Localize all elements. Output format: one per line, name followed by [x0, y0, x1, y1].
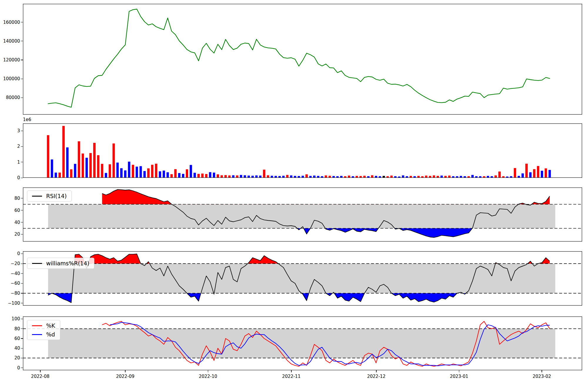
volume-y-tick-mark [21, 146, 23, 147]
stoch-y-tick-mark [21, 348, 23, 349]
plot-area [23, 251, 582, 306]
williams-y-tick-label: −80 [2, 291, 20, 296]
stochastic-panel: %K %d [23, 316, 582, 370]
williams-y-tick-label: 0 [2, 251, 20, 256]
williams-r-line-swatch [32, 263, 42, 264]
williams-y-tick-mark [21, 264, 23, 264]
x-tick-label: 2022-09 [116, 374, 135, 379]
x-tick-label: 2022-08 [31, 374, 50, 379]
rsi-panel: RSI(14) [23, 187, 582, 242]
k-legend-label: %K [46, 322, 55, 329]
volume-y-tick-label: 2 [2, 144, 20, 149]
rsi-legend-label: RSI(14) [46, 193, 67, 199]
rsi-y-tick-mark [21, 210, 23, 210]
rsi-line-swatch [32, 196, 42, 197]
plot-area [23, 316, 582, 370]
volume-y-tick-label: 0 [2, 175, 20, 180]
stoch-y-tick-label: 40 [2, 346, 20, 351]
x-tick-mark [40, 370, 40, 372]
price-y-tick-label: 120000 [2, 57, 20, 63]
stoch-y-tick-mark [21, 319, 23, 319]
plot-area [23, 4, 582, 115]
d-line-swatch [32, 334, 42, 335]
rsi-y-tick-label: 60 [2, 208, 20, 213]
price-y-tick-mark [21, 79, 23, 79]
williams-y-tick-label: −60 [2, 281, 20, 286]
x-tick-mark [376, 370, 376, 372]
williams-y-tick-mark [21, 283, 23, 284]
volume-y-tick-mark [21, 162, 23, 162]
rsi-y-tick-label: 20 [2, 232, 20, 237]
williams-y-tick-label: −100 [2, 301, 20, 306]
williams-y-tick-mark [21, 273, 23, 274]
technical-analysis-figure: 1e6 RSI(14) williams%R(14) %K %d [0, 0, 588, 382]
stoch-y-tick-mark [21, 368, 23, 368]
williams-y-tick-label: −20 [2, 261, 20, 266]
x-tick-label: 2022-10 [199, 374, 217, 379]
rsi-y-tick-label: 80 [2, 196, 20, 201]
williams-y-tick-label: −40 [2, 271, 20, 276]
rsi-y-tick-label: 40 [2, 220, 20, 225]
volume-panel [23, 123, 582, 178]
price-panel [23, 4, 582, 115]
plot-area [23, 123, 582, 178]
stoch-y-tick-label: 80 [2, 326, 20, 331]
williams-r-panel: williams%R(14) [23, 251, 582, 306]
stoch-y-tick-mark [21, 358, 23, 358]
stoch-y-tick-label: 0 [2, 365, 20, 371]
williams-y-tick-mark [21, 293, 23, 293]
x-tick-mark [291, 370, 291, 372]
stoch-y-tick-mark [21, 338, 23, 339]
stoch-y-tick-label: 100 [2, 316, 20, 321]
price-y-tick-label: 100000 [2, 76, 20, 81]
price-y-tick-mark [21, 22, 23, 22]
stoch-y-tick-mark [21, 329, 23, 329]
williams-r-legend: williams%R(14) [27, 258, 94, 269]
williams-y-tick-mark [21, 254, 23, 254]
x-tick-mark [208, 370, 208, 372]
x-tick-mark [459, 370, 459, 372]
x-tick-label: 2022-12 [367, 374, 386, 379]
x-tick-label: 2023-01 [450, 374, 468, 379]
price-y-tick-mark [21, 98, 23, 98]
x-tick-mark [542, 370, 542, 372]
price-y-tick-label: 140000 [2, 38, 20, 44]
x-tick-label: 2023-02 [533, 374, 551, 379]
k-line-swatch [32, 325, 42, 326]
x-tick-mark [125, 370, 125, 372]
plot-area [23, 187, 582, 242]
volume-y-tick-mark [21, 131, 23, 131]
volume-exponent-label: 1e6 [23, 117, 31, 122]
x-tick-label: 2022-11 [282, 374, 301, 379]
volume-y-tick-label: 3 [2, 128, 20, 133]
d-legend-label: %d [46, 331, 55, 338]
rsi-y-tick-mark [21, 222, 23, 222]
volume-y-tick-mark [21, 178, 23, 178]
rsi-legend: RSI(14) [27, 190, 72, 202]
stochastic-legend: %K %d [27, 320, 60, 340]
price-y-tick-mark [21, 41, 23, 41]
rsi-y-tick-mark [21, 198, 23, 198]
volume-y-tick-label: 1 [2, 160, 20, 165]
price-y-tick-label: 80000 [2, 95, 20, 100]
rsi-y-tick-mark [21, 234, 23, 234]
stoch-y-tick-label: 20 [2, 355, 20, 361]
williams-r-legend-label: williams%R(14) [46, 260, 89, 267]
williams-y-tick-mark [21, 303, 23, 303]
price-y-tick-label: 160000 [2, 20, 20, 25]
stoch-y-tick-label: 60 [2, 336, 20, 341]
price-y-tick-mark [21, 60, 23, 60]
